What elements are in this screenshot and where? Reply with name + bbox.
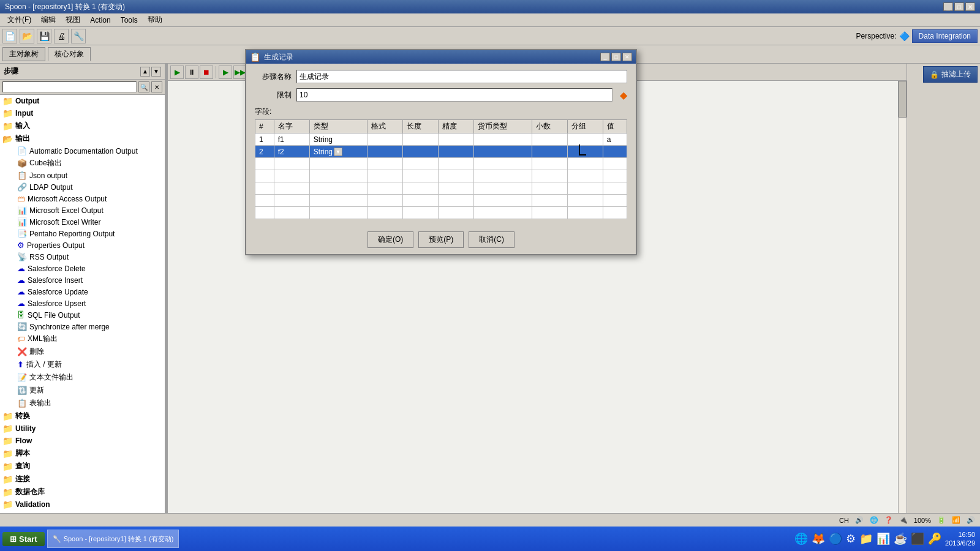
upload-btn[interactable]: 🔒 抽滤上传 <box>923 66 978 83</box>
list-item[interactable]: ⚙ Properties Output <box>0 239 165 251</box>
sidebar-search-input[interactable] <box>2 81 137 92</box>
table-row[interactable]: 2 f2 String ▼ <box>255 146 627 158</box>
status-icon-help: ❓ <box>884 516 893 524</box>
dialog-minimize-btn[interactable]: _ <box>600 53 610 61</box>
list-item[interactable]: ☁ Salesforce Update <box>0 286 165 298</box>
list-item[interactable]: 🔗 LDAP Output <box>0 181 165 193</box>
dialog-title-left: 📋 生成记录 <box>250 52 293 62</box>
taskbar-icon-java[interactable]: ☕ <box>894 532 907 545</box>
limit-input[interactable] <box>296 88 612 102</box>
sidebar-category-validation[interactable]: 📁 Validation <box>0 498 165 511</box>
tab-core-objects[interactable]: 核心对象 <box>48 47 91 61</box>
perspective-btn[interactable]: Data Integration <box>912 29 978 43</box>
sidebar-category-utility[interactable]: 📁 Utility <box>0 422 165 435</box>
sidebar-category-flow[interactable]: 📁 Flow <box>0 435 165 447</box>
menu-tools[interactable]: Tools <box>116 15 143 26</box>
dropdown-arrow-icon[interactable]: ▼ <box>334 148 342 156</box>
list-item[interactable]: 🏷 XML输出 <box>0 332 165 345</box>
taskbar-icon-settings[interactable]: ⚙ <box>846 532 856 545</box>
taskbar-icon-ff[interactable]: 🦊 <box>812 532 825 545</box>
sidebar-scroll[interactable]: 📁 Output 📁 Input 📁 输入 📂 输出 📄 Automatic D… <box>0 95 165 527</box>
start-button[interactable]: ⊞ Start <box>2 532 45 546</box>
taskbar-icon-key[interactable]: 🔑 <box>928 532 941 545</box>
volume-icon: 🔊 <box>967 516 975 524</box>
toolbar-print-btn[interactable]: 🖨 <box>54 29 69 43</box>
sidebar-category-join[interactable]: 📁 连接 <box>0 473 165 485</box>
maximize-btn[interactable]: □ <box>954 2 964 11</box>
list-item[interactable]: 🗄 SQL File Output <box>0 309 165 321</box>
sidebar-category-chinese-input[interactable]: 📁 输入 <box>0 119 165 132</box>
cell-format <box>368 146 403 158</box>
taskbar-icon-term[interactable]: ⬛ <box>911 532 924 545</box>
cell-currency <box>473 133 532 146</box>
sidebar-collapse-btn[interactable]: ▼ <box>151 67 161 77</box>
taskbar-app-spoon[interactable]: 🥄 Spoon - [repository1] 转换 1 (有变动) <box>47 530 179 548</box>
list-item[interactable]: 🔄 Synchronize after merge <box>0 321 165 332</box>
sidebar-category-chinese-output[interactable]: 📂 输出 <box>0 132 165 145</box>
taskbar-icon-ppt[interactable]: 📊 <box>876 532 890 545</box>
minimize-btn[interactable]: _ <box>943 2 953 11</box>
tab-main-objects[interactable]: 主对象树 <box>2 47 45 61</box>
canvas-vscrollbar[interactable] <box>898 81 907 518</box>
menu-file[interactable]: 文件(F) <box>2 13 36 26</box>
list-item[interactable]: ☁ Salesforce Delete <box>0 263 165 274</box>
table-row[interactable]: 1 f1 String a <box>255 133 627 146</box>
col-type: 类型 <box>309 120 367 133</box>
toolbar-settings-btn[interactable]: 🔧 <box>71 29 86 43</box>
list-item[interactable]: ❌ 删除 <box>0 345 165 358</box>
menu-edit[interactable]: 编辑 <box>36 13 61 26</box>
sidebar-expand-btn[interactable]: ▲ <box>140 67 150 77</box>
main-toolbar: 📄 📂 💾 🖨 🔧 Perspective: 🔷 Data Integratio… <box>0 27 980 45</box>
category-label: 输出 <box>15 133 30 144</box>
list-item[interactable]: ☁ Salesforce Insert <box>0 274 165 286</box>
list-item[interactable]: 🗃 Microsoft Access Output <box>0 193 165 204</box>
close-btn[interactable]: ✕ <box>965 2 975 11</box>
play-btn[interactable]: ▶ <box>170 66 184 79</box>
list-item[interactable]: 📦 Cube输出 <box>0 157 165 170</box>
list-item[interactable]: 📡 RSS Output <box>0 251 165 263</box>
list-item[interactable]: 🔃 更新 <box>0 384 165 397</box>
toolbar-left: 📄 📂 💾 🖨 🔧 <box>2 29 86 43</box>
sidebar-header: 步骤 ▲ ▼ <box>0 64 165 80</box>
cancel-button[interactable]: 取消(C) <box>469 231 514 248</box>
sidebar-category-datawarehouse[interactable]: 📁 数据仓库 <box>0 485 165 498</box>
sidebar-category-output[interactable]: 📁 Output <box>0 95 165 107</box>
sep1 <box>216 66 216 78</box>
list-item[interactable]: 📋 Json output <box>0 170 165 181</box>
list-item[interactable]: 📝 文本文件输出 <box>0 371 165 384</box>
dialog-close-btn[interactable]: ✕ <box>622 53 632 61</box>
preview-button[interactable]: 预览(P) <box>418 231 464 248</box>
menu-view[interactable]: 视图 <box>61 13 85 26</box>
pause-btn[interactable]: ⏸ <box>185 66 198 79</box>
list-item[interactable]: 📄 Automatic Documentation Output <box>0 145 165 157</box>
taskbar-icon-ie[interactable]: 🌐 <box>794 532 808 545</box>
list-item[interactable]: 📊 Microsoft Excel Output <box>0 204 165 216</box>
toolbar-open-btn[interactable]: 📂 <box>20 29 34 43</box>
dialog-maximize-btn[interactable]: □ <box>611 53 621 61</box>
toolbar-new-btn[interactable]: 📄 <box>2 29 17 43</box>
sidebar-category-transform[interactable]: 📁 转换 <box>0 410 165 422</box>
menu-help[interactable]: 帮助 <box>143 13 167 26</box>
step-name-input[interactable] <box>296 70 627 83</box>
list-item[interactable]: ☁ Salesforce Upsert <box>0 298 165 309</box>
sidebar-category-query[interactable]: 📁 查询 <box>0 460 165 473</box>
stop-btn[interactable]: ⏹ <box>200 66 213 79</box>
toolbar-save-btn[interactable]: 💾 <box>37 29 51 43</box>
clear-search-btn[interactable]: ✕ <box>151 81 162 92</box>
search-icon-btn[interactable]: 🔍 <box>138 81 149 92</box>
step-play-btn[interactable]: ▶ <box>219 66 232 79</box>
list-item[interactable]: 📋 表输出 <box>0 397 165 410</box>
cell-value: a <box>603 133 627 146</box>
table-row <box>255 207 627 219</box>
menu-action[interactable]: Action <box>85 15 115 26</box>
taskbar-icon-folder[interactable]: 📁 <box>859 532 873 545</box>
sidebar-category-script[interactable]: 📁 脚本 <box>0 447 165 460</box>
taskbar-icon-chrome[interactable]: 🔵 <box>829 532 842 545</box>
type-dropdown[interactable]: String ▼ <box>314 148 363 156</box>
sidebar-category-input[interactable]: 📁 Input <box>0 107 165 119</box>
list-item[interactable]: ⬆ 插入 / 更新 <box>0 358 165 371</box>
list-item[interactable]: 📑 Pentaho Reporting Output <box>0 228 165 239</box>
folder-icon: 📁 <box>2 108 13 118</box>
list-item[interactable]: 📊 Microsoft Excel Writer <box>0 216 165 228</box>
ok-button[interactable]: 确定(O) <box>368 231 413 248</box>
